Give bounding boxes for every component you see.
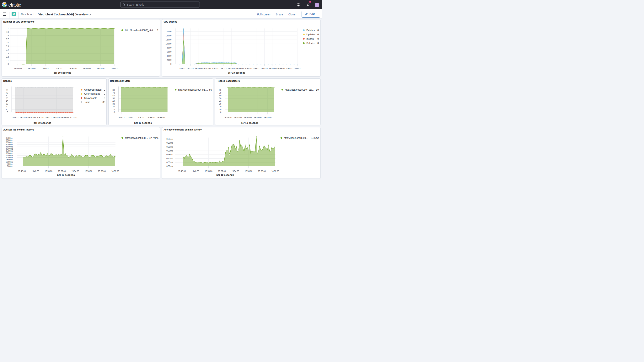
svg-text:15:54:00: 15:54:00	[244, 67, 252, 70]
svg-text:60: 60	[112, 94, 115, 97]
svg-text:15:55:00: 15:55:00	[252, 67, 260, 70]
svg-text:50: 50	[219, 97, 221, 100]
svg-text:Selects: Selects	[306, 42, 314, 44]
svg-text:Unavailable: Unavailable	[84, 96, 97, 99]
svg-text:per 10 seconds: per 10 seconds	[241, 122, 258, 124]
svg-text:89: 89	[316, 88, 319, 91]
svg-text:15:58:00: 15:58:00	[264, 116, 272, 118]
svg-text:15.00ms: 15.00ms	[6, 158, 13, 161]
svg-text:per 10 seconds: per 10 seconds	[228, 72, 245, 74]
svg-text:15:48:00: 15:48:00	[28, 67, 36, 70]
svg-text:15:54:00: 15:54:00	[232, 170, 239, 172]
svg-text:15:52:00: 15:52:00	[244, 116, 252, 118]
svg-text:0.30ms: 0.30ms	[166, 142, 173, 144]
svg-text:0.7: 0.7	[6, 38, 9, 40]
svg-text:15:46:00: 15:46:00	[178, 67, 186, 70]
svg-text:15:47:00: 15:47:00	[187, 67, 194, 70]
svg-text:per 10 seconds: per 10 seconds	[134, 122, 152, 124]
svg-text:15:50:00: 15:50:00	[28, 116, 36, 118]
svg-text:80: 80	[112, 89, 115, 91]
svg-text:Updates: Updates	[306, 33, 316, 36]
svg-text:4,000: 4,000	[166, 55, 172, 57]
svg-text:Overreplicated: Overreplicated	[84, 92, 100, 95]
svg-text:15:52:00: 15:52:00	[58, 170, 66, 172]
svg-text:0.5: 0.5	[6, 45, 9, 47]
svg-text:16:00:00: 16:00:00	[69, 116, 77, 118]
svg-text:70: 70	[6, 92, 8, 94]
svg-text:65.00ms: 65.00ms	[6, 137, 13, 139]
svg-text:Total: Total	[84, 100, 90, 103]
svg-text:15:55:00: 15:55:00	[147, 116, 155, 118]
svg-text:15:46:00: 15:46:00	[224, 116, 232, 118]
svg-text:15:46:00: 15:46:00	[12, 116, 19, 118]
svg-text:0.35ms: 0.35ms	[166, 138, 173, 140]
svg-text:15:49:00: 15:49:00	[234, 116, 242, 118]
svg-text:25.00ms: 25.00ms	[6, 154, 13, 156]
svg-text:per 10 seconds: per 10 seconds	[54, 72, 71, 74]
svg-text:15:55:00: 15:55:00	[254, 116, 262, 118]
svg-text:30: 30	[112, 102, 115, 105]
svg-text:6,000: 6,000	[166, 51, 172, 53]
svg-text:16:00:00: 16:00:00	[111, 170, 119, 172]
svg-text:16:00:00: 16:00:00	[110, 67, 118, 70]
svg-text:5.00ms: 5.00ms	[7, 163, 13, 165]
svg-text:0: 0	[8, 63, 9, 65]
svg-text:45.00ms: 45.00ms	[6, 145, 13, 148]
svg-text:30: 30	[6, 102, 8, 105]
svg-text:0.25ms: 0.25ms	[166, 146, 173, 148]
svg-text:0.9: 0.9	[6, 31, 9, 33]
svg-text:15:58:00: 15:58:00	[277, 67, 285, 70]
svg-text:0.26ms: 0.26ms	[311, 136, 319, 139]
svg-text:15:52:00: 15:52:00	[55, 67, 63, 70]
svg-text:50: 50	[6, 97, 8, 100]
svg-text:14,000: 14,000	[166, 34, 172, 36]
svg-text:40.00ms: 40.00ms	[6, 148, 13, 150]
svg-text:0.4: 0.4	[6, 48, 9, 51]
svg-text:Inserts: Inserts	[306, 38, 314, 40]
svg-text:0: 0	[114, 111, 115, 113]
svg-text:15:48:00: 15:48:00	[192, 170, 199, 172]
svg-text:0.6: 0.6	[6, 42, 9, 44]
svg-text:15:58:00: 15:58:00	[157, 116, 165, 118]
svg-text:15:46:00: 15:46:00	[118, 116, 125, 118]
svg-text:http://localhost:8080/_stat…: http://localhost:8080/_stat…	[125, 29, 156, 32]
svg-text:40: 40	[219, 100, 221, 102]
svg-text:10: 10	[112, 108, 115, 110]
svg-text:0.1: 0.1	[6, 59, 9, 62]
svg-text:35.00ms: 35.00ms	[6, 150, 13, 152]
svg-text:15:58:00: 15:58:00	[258, 170, 266, 172]
svg-text:30: 30	[219, 102, 221, 105]
svg-text:70: 70	[219, 92, 221, 94]
svg-text:0.00ms: 0.00ms	[7, 165, 13, 167]
svg-text:89: 89	[209, 88, 212, 91]
svg-text:15:46:00: 15:46:00	[18, 170, 26, 172]
svg-text:15:52:00: 15:52:00	[228, 67, 236, 70]
svg-text:60: 60	[6, 94, 8, 97]
svg-text:50: 50	[112, 97, 115, 100]
svg-text:0.8: 0.8	[6, 34, 9, 36]
svg-text:per 10 seconds: per 10 seconds	[216, 174, 234, 176]
svg-text:15:48:00: 15:48:00	[20, 116, 28, 118]
svg-text:0: 0	[317, 38, 319, 40]
svg-text:10: 10	[6, 108, 8, 110]
svg-text:per 10 seconds: per 10 seconds	[57, 174, 75, 176]
svg-text:http://localhost:8080/_sta…: http://localhost:8080/_sta…	[285, 88, 315, 91]
svg-text:20.00ms: 20.00ms	[6, 156, 13, 159]
svg-text:15:48:00: 15:48:00	[195, 67, 203, 70]
svg-text:15:50:00: 15:50:00	[45, 170, 52, 172]
svg-text:0: 0	[7, 111, 8, 113]
svg-text:16:00:00: 16:00:00	[271, 170, 279, 172]
svg-text:15:53:00: 15:53:00	[236, 67, 244, 70]
svg-text:0: 0	[104, 92, 105, 95]
svg-text:15:49:00: 15:49:00	[203, 67, 211, 70]
svg-text:15:50:00: 15:50:00	[205, 170, 212, 172]
svg-text:0.05ms: 0.05ms	[166, 161, 173, 164]
svg-text:15:58:00: 15:58:00	[97, 67, 104, 70]
svg-text:0.20ms: 0.20ms	[166, 150, 173, 152]
svg-text:15:56:00: 15:56:00	[261, 67, 268, 70]
svg-text:0: 0	[104, 88, 105, 91]
svg-text:0.2: 0.2	[6, 56, 9, 58]
svg-text:0: 0	[317, 29, 319, 32]
svg-text:15:51:00: 15:51:00	[220, 67, 227, 70]
svg-text:0.10ms: 0.10ms	[166, 157, 173, 160]
